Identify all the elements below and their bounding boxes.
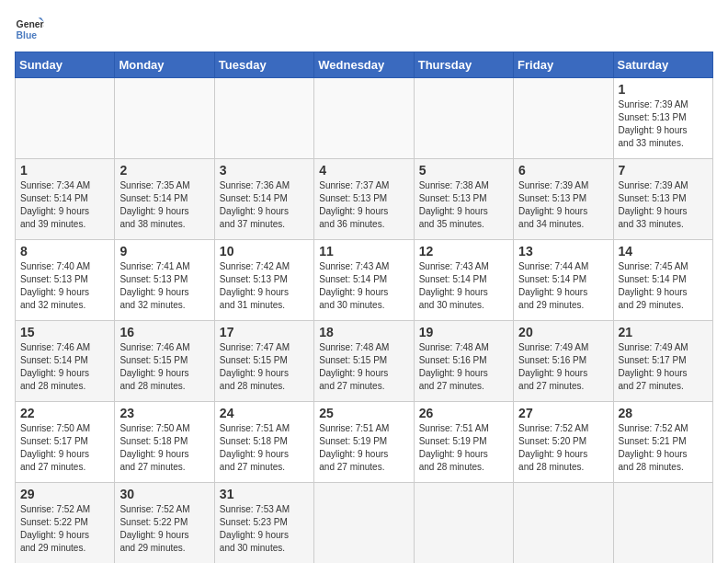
col-header-tuesday: Tuesday xyxy=(214,52,313,78)
day-cell xyxy=(314,483,414,564)
day-number: 1 xyxy=(20,163,109,178)
day-number: 31 xyxy=(220,487,309,501)
day-info: Sunrise: 7:39 AM Sunset: 5:13 PM Dayligh… xyxy=(619,179,708,231)
day-cell: 19 Sunrise: 7:48 AM Sunset: 5:16 PM Dayl… xyxy=(414,321,513,402)
day-cell: 30 Sunrise: 7:52 AM Sunset: 5:22 PM Dayl… xyxy=(115,483,214,564)
day-number: 22 xyxy=(20,406,109,420)
day-info: Sunrise: 7:43 AM Sunset: 5:14 PM Dayligh… xyxy=(419,260,508,312)
day-info: Sunrise: 7:48 AM Sunset: 5:16 PM Dayligh… xyxy=(419,341,508,393)
day-cell xyxy=(314,78,414,159)
day-info: Sunrise: 7:35 AM Sunset: 5:14 PM Dayligh… xyxy=(119,179,209,231)
day-cell: 25 Sunrise: 7:51 AM Sunset: 5:19 PM Dayl… xyxy=(314,402,414,483)
week-row-5: 22 Sunrise: 7:50 AM Sunset: 5:17 PM Dayl… xyxy=(16,402,713,483)
day-cell: 24 Sunrise: 7:51 AM Sunset: 5:18 PM Dayl… xyxy=(214,402,313,483)
col-header-sunday: Sunday xyxy=(16,52,115,78)
day-info: Sunrise: 7:49 AM Sunset: 5:16 PM Dayligh… xyxy=(518,341,608,393)
day-info: Sunrise: 7:47 AM Sunset: 5:15 PM Dayligh… xyxy=(220,341,309,393)
day-info: Sunrise: 7:44 AM Sunset: 5:14 PM Dayligh… xyxy=(518,260,608,312)
svg-text:General: General xyxy=(17,19,44,29)
day-info: Sunrise: 7:42 AM Sunset: 5:13 PM Dayligh… xyxy=(220,260,309,312)
day-info: Sunrise: 7:51 AM Sunset: 5:19 PM Dayligh… xyxy=(319,422,408,474)
calendar-table: SundayMondayTuesdayWednesdayThursdayFrid… xyxy=(15,52,713,563)
day-number: 5 xyxy=(419,163,508,178)
day-cell: 9 Sunrise: 7:41 AM Sunset: 5:13 PM Dayli… xyxy=(115,240,214,321)
day-cell: 8 Sunrise: 7:40 AM Sunset: 5:13 PM Dayli… xyxy=(16,240,115,321)
day-cell: 16 Sunrise: 7:46 AM Sunset: 5:15 PM Dayl… xyxy=(115,321,214,402)
day-number: 6 xyxy=(518,163,608,178)
day-number: 2 xyxy=(119,163,209,178)
day-info: Sunrise: 7:39 AM Sunset: 5:13 PM Dayligh… xyxy=(619,98,708,150)
day-info: Sunrise: 7:52 AM Sunset: 5:21 PM Dayligh… xyxy=(619,422,708,474)
day-info: Sunrise: 7:49 AM Sunset: 5:17 PM Dayligh… xyxy=(619,341,708,393)
day-number: 24 xyxy=(220,406,309,420)
col-header-friday: Friday xyxy=(514,52,613,78)
day-cell: 26 Sunrise: 7:51 AM Sunset: 5:19 PM Dayl… xyxy=(414,402,513,483)
day-info: Sunrise: 7:50 AM Sunset: 5:17 PM Dayligh… xyxy=(20,422,109,474)
day-info: Sunrise: 7:48 AM Sunset: 5:15 PM Dayligh… xyxy=(319,341,408,393)
day-cell: 28 Sunrise: 7:52 AM Sunset: 5:21 PM Dayl… xyxy=(613,402,712,483)
day-cell: 14 Sunrise: 7:45 AM Sunset: 5:14 PM Dayl… xyxy=(613,240,712,321)
day-number: 17 xyxy=(220,325,309,339)
day-cell: 7 Sunrise: 7:39 AM Sunset: 5:13 PM Dayli… xyxy=(613,159,712,240)
day-cell: 4 Sunrise: 7:37 AM Sunset: 5:13 PM Dayli… xyxy=(314,159,414,240)
day-info: Sunrise: 7:34 AM Sunset: 5:14 PM Dayligh… xyxy=(20,179,109,231)
day-cell: 2 Sunrise: 7:35 AM Sunset: 5:14 PM Dayli… xyxy=(115,159,214,240)
day-number: 1 xyxy=(619,82,708,97)
col-header-saturday: Saturday xyxy=(613,52,712,78)
day-info: Sunrise: 7:52 AM Sunset: 5:20 PM Dayligh… xyxy=(518,422,608,474)
day-info: Sunrise: 7:40 AM Sunset: 5:13 PM Dayligh… xyxy=(20,260,109,312)
day-info: Sunrise: 7:46 AM Sunset: 5:15 PM Dayligh… xyxy=(119,341,209,393)
day-cell: 22 Sunrise: 7:50 AM Sunset: 5:17 PM Dayl… xyxy=(16,402,115,483)
day-info: Sunrise: 7:38 AM Sunset: 5:13 PM Dayligh… xyxy=(419,179,508,231)
day-cell: 17 Sunrise: 7:47 AM Sunset: 5:15 PM Dayl… xyxy=(214,321,313,402)
col-header-monday: Monday xyxy=(115,52,214,78)
week-row-3: 8 Sunrise: 7:40 AM Sunset: 5:13 PM Dayli… xyxy=(16,240,713,321)
week-row-4: 15 Sunrise: 7:46 AM Sunset: 5:14 PM Dayl… xyxy=(16,321,713,402)
day-cell xyxy=(414,78,513,159)
svg-text:Blue: Blue xyxy=(17,30,38,40)
day-cell: 31 Sunrise: 7:53 AM Sunset: 5:23 PM Dayl… xyxy=(214,483,313,564)
day-number: 13 xyxy=(518,244,608,259)
day-number: 11 xyxy=(319,244,408,259)
day-cell: 6 Sunrise: 7:39 AM Sunset: 5:13 PM Dayli… xyxy=(514,159,613,240)
day-number: 3 xyxy=(220,163,309,178)
day-number: 10 xyxy=(220,244,309,259)
day-number: 27 xyxy=(518,406,608,420)
day-info: Sunrise: 7:53 AM Sunset: 5:23 PM Dayligh… xyxy=(220,503,309,555)
day-cell: 1 Sunrise: 7:39 AM Sunset: 5:13 PM Dayli… xyxy=(613,78,712,159)
day-cell xyxy=(514,483,613,564)
week-row-2: 1 Sunrise: 7:34 AM Sunset: 5:14 PM Dayli… xyxy=(16,159,713,240)
col-header-thursday: Thursday xyxy=(414,52,513,78)
page-header: General Blue xyxy=(15,15,713,44)
day-cell: 3 Sunrise: 7:36 AM Sunset: 5:14 PM Dayli… xyxy=(214,159,313,240)
day-cell: 29 Sunrise: 7:52 AM Sunset: 5:22 PM Dayl… xyxy=(16,483,115,564)
day-number: 14 xyxy=(619,244,708,259)
day-cell xyxy=(414,483,513,564)
day-number: 18 xyxy=(319,325,408,339)
day-cell: 5 Sunrise: 7:38 AM Sunset: 5:13 PM Dayli… xyxy=(414,159,513,240)
day-number: 8 xyxy=(20,244,109,259)
day-cell xyxy=(514,78,613,159)
day-number: 26 xyxy=(419,406,508,420)
day-cell: 1 Sunrise: 7:34 AM Sunset: 5:14 PM Dayli… xyxy=(16,159,115,240)
day-cell: 15 Sunrise: 7:46 AM Sunset: 5:14 PM Dayl… xyxy=(16,321,115,402)
day-cell: 12 Sunrise: 7:43 AM Sunset: 5:14 PM Dayl… xyxy=(414,240,513,321)
day-cell: 23 Sunrise: 7:50 AM Sunset: 5:18 PM Dayl… xyxy=(115,402,214,483)
day-cell: 10 Sunrise: 7:42 AM Sunset: 5:13 PM Dayl… xyxy=(214,240,313,321)
day-info: Sunrise: 7:50 AM Sunset: 5:18 PM Dayligh… xyxy=(119,422,209,474)
day-number: 9 xyxy=(119,244,209,259)
day-info: Sunrise: 7:39 AM Sunset: 5:13 PM Dayligh… xyxy=(518,179,608,231)
week-row-6: 29 Sunrise: 7:52 AM Sunset: 5:22 PM Dayl… xyxy=(16,483,713,564)
day-number: 15 xyxy=(20,325,109,339)
day-cell xyxy=(115,78,214,159)
day-info: Sunrise: 7:43 AM Sunset: 5:14 PM Dayligh… xyxy=(319,260,408,312)
day-number: 28 xyxy=(619,406,708,420)
day-number: 21 xyxy=(619,325,708,339)
day-info: Sunrise: 7:45 AM Sunset: 5:14 PM Dayligh… xyxy=(619,260,708,312)
day-number: 4 xyxy=(319,163,408,178)
day-cell: 18 Sunrise: 7:48 AM Sunset: 5:15 PM Dayl… xyxy=(314,321,414,402)
day-number: 23 xyxy=(119,406,209,420)
day-info: Sunrise: 7:51 AM Sunset: 5:18 PM Dayligh… xyxy=(220,422,309,474)
week-row-1: 1 Sunrise: 7:39 AM Sunset: 5:13 PM Dayli… xyxy=(16,78,713,159)
day-info: Sunrise: 7:51 AM Sunset: 5:19 PM Dayligh… xyxy=(419,422,508,474)
